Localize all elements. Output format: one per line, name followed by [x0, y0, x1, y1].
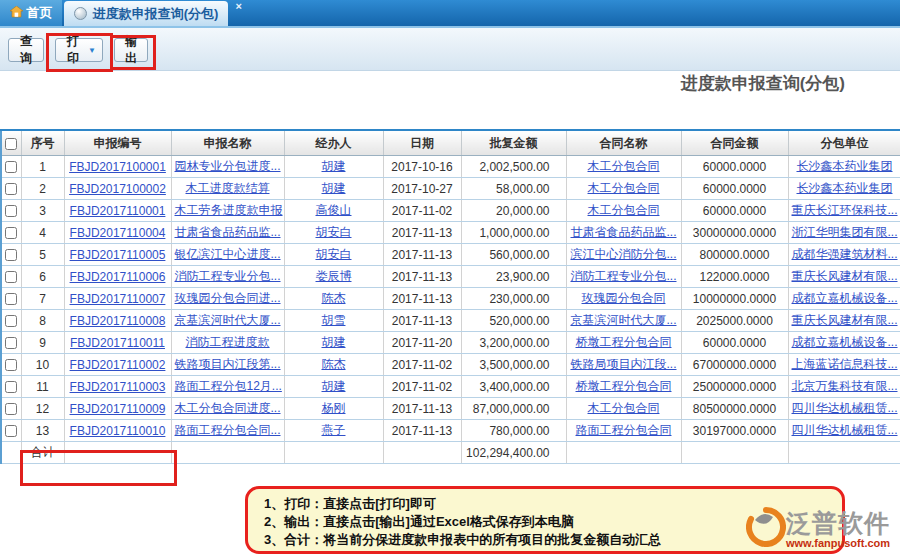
- application-name-link[interactable]: 园林专业分包进度...: [175, 159, 281, 173]
- application-number-link[interactable]: FBJD2017110006: [70, 270, 166, 284]
- row-checkbox[interactable]: [5, 359, 17, 371]
- contract-name-link[interactable]: 滨江中心消防分包...: [570, 247, 676, 261]
- subcontractor-link[interactable]: 重庆长风建材有限...: [792, 313, 898, 327]
- row-checkbox[interactable]: [5, 425, 17, 437]
- application-number-link[interactable]: FBJD2017110011: [70, 336, 165, 350]
- subcontractor-link[interactable]: 上海蓝诺信息科技...: [792, 357, 898, 371]
- row-checkbox[interactable]: [5, 337, 17, 349]
- contract-name-link[interactable]: 消防工程专业分包...: [570, 269, 676, 283]
- application-name-link[interactable]: 消防工程专业分包...: [175, 269, 281, 283]
- approved-amount: 520,000.00: [461, 310, 566, 332]
- contract-name-link[interactable]: 京基滨河时代大厦...: [570, 313, 676, 327]
- application-name-link[interactable]: 银亿滨江中心进度...: [175, 247, 281, 261]
- application-number-link[interactable]: FBJD2017110005: [70, 248, 166, 262]
- subcontractor-link[interactable]: 成都立嘉机械设备...: [792, 335, 898, 349]
- subcontractor-link[interactable]: 重庆长江环保科技...: [792, 203, 898, 217]
- contract-name-link[interactable]: 木工分包合同: [588, 159, 660, 173]
- application-number-link[interactable]: FBJD2017100002: [69, 182, 166, 196]
- handler-link[interactable]: 胡建: [322, 181, 346, 195]
- select-all-checkbox[interactable]: [5, 138, 17, 150]
- print-button[interactable]: 打印 ▼: [55, 38, 103, 62]
- subcontractor-link[interactable]: 成都立嘉机械设备...: [792, 291, 898, 305]
- subcontractor-link[interactable]: 长沙鑫本药业集团: [797, 181, 893, 195]
- row-checkbox[interactable]: [5, 315, 17, 327]
- handler-link[interactable]: 胡建: [322, 335, 346, 349]
- contract-name-link[interactable]: 铁路局项目内江段...: [570, 357, 676, 371]
- contract-amount: 30000000.0000: [681, 222, 788, 244]
- table-row: 13FBJD2017110010路面工程分包合同...燕子2017-11-137…: [1, 420, 900, 442]
- row-checkbox[interactable]: [5, 381, 17, 393]
- contract-name-link[interactable]: 木工分包合同: [588, 401, 660, 415]
- handler-link[interactable]: 陈杰: [322, 291, 346, 305]
- application-number-link[interactable]: FBJD2017110008: [70, 314, 166, 328]
- application-name-link[interactable]: 木工进度款结算: [186, 181, 270, 195]
- tab-progress-payment-query[interactable]: 进度款申报查询(分包) ×: [64, 1, 228, 26]
- application-name-link[interactable]: 铁路项目内江段第...: [175, 357, 281, 371]
- subcontractor-link[interactable]: 长沙鑫本药业集团: [797, 159, 893, 173]
- application-name-link[interactable]: 京基滨河时代大厦...: [175, 313, 281, 327]
- row-checkbox[interactable]: [5, 183, 17, 195]
- handler-link[interactable]: 胡安白: [316, 225, 352, 239]
- row-checkbox-cell: [1, 398, 21, 420]
- subcontractor-link[interactable]: 四川华达机械租赁...: [792, 401, 898, 415]
- subcontractor-link[interactable]: 北京万集科技有限...: [792, 379, 898, 393]
- application-name-link[interactable]: 路面工程分包合同...: [175, 423, 281, 437]
- application-number-link[interactable]: FBJD2017100001: [69, 160, 166, 174]
- fanpu-logo-icon: [746, 507, 786, 551]
- application-name-link[interactable]: 消防工程进度款: [186, 335, 270, 349]
- contract-name-link[interactable]: 玫瑰园分包合同: [582, 291, 666, 305]
- application-name-link[interactable]: 路面工程分包12月...: [175, 379, 282, 393]
- row-checkbox[interactable]: [5, 403, 17, 415]
- close-icon[interactable]: ×: [236, 0, 242, 12]
- contract-name-link[interactable]: 路面工程分包合同: [576, 423, 672, 437]
- handler-link[interactable]: 胡建: [322, 159, 346, 173]
- contract-name-link[interactable]: 甘肃省食品药品监...: [570, 225, 676, 239]
- handler-link[interactable]: 高俊山: [316, 203, 352, 217]
- tab-home-label: 首页: [27, 4, 53, 22]
- row-checkbox[interactable]: [5, 293, 17, 305]
- query-button[interactable]: 查询: [8, 38, 44, 62]
- row-checkbox[interactable]: [5, 249, 17, 261]
- table-header-row: 序号 申报编号 申报名称 经办人 日期 批复金额 合同名称 合同金额 分包单位: [1, 130, 900, 156]
- application-number-link[interactable]: FBJD2017110010: [70, 424, 166, 438]
- application-name-link[interactable]: 甘肃省食品药品监...: [175, 225, 281, 239]
- handler-link[interactable]: 胡雪: [322, 313, 346, 327]
- contract-name-link[interactable]: 桥墩工程分包合同: [576, 379, 672, 393]
- vendor-logo: 泛普软件 www.fanpusoft.com: [746, 503, 900, 557]
- vendor-url: www.fanpusoft.com: [786, 537, 890, 549]
- application-name-link[interactable]: 木工劳务进度款申报: [175, 203, 283, 217]
- contract-name-link[interactable]: 木工分包合同: [588, 181, 660, 195]
- row-checkbox[interactable]: [5, 227, 17, 239]
- row-checkbox-cell: [1, 376, 21, 398]
- subcontractor-link[interactable]: 浙江华明集团有限...: [792, 225, 898, 239]
- handler-link[interactable]: 胡安白: [316, 247, 352, 261]
- application-number-link[interactable]: FBJD2017110007: [70, 292, 166, 306]
- application-number-link[interactable]: FBJD2017110002: [70, 358, 166, 372]
- handler-link[interactable]: 娄辰博: [316, 269, 352, 283]
- contract-name-link[interactable]: 木工分包合同: [588, 203, 660, 217]
- handler-link[interactable]: 杨刚: [322, 401, 346, 415]
- row-date: 2017-11-02: [383, 376, 461, 398]
- application-number-link[interactable]: FBJD2017110003: [70, 380, 166, 394]
- export-button[interactable]: 输出: [114, 38, 148, 62]
- row-checkbox[interactable]: [5, 161, 17, 173]
- subcontractor-link[interactable]: 重庆长风建材有限...: [792, 269, 898, 283]
- subcontractor-link[interactable]: 成都华强建筑材料...: [792, 247, 898, 261]
- application-name-link[interactable]: 玫瑰园分包合同进...: [175, 291, 281, 305]
- contract-amount: 25000000.0000: [681, 376, 788, 398]
- handler-link[interactable]: 陈杰: [322, 357, 346, 371]
- tab-home[interactable]: 首页: [0, 0, 62, 26]
- handler-link[interactable]: 燕子: [322, 423, 346, 437]
- application-number-link[interactable]: FBJD2017110009: [70, 402, 166, 416]
- handler-link[interactable]: 胡建: [322, 379, 346, 393]
- table-row: 9FBJD2017110011消防工程进度款胡建2017-11-203,200,…: [1, 332, 900, 354]
- row-checkbox[interactable]: [5, 271, 17, 283]
- application-number-link[interactable]: FBJD2017110001: [70, 204, 166, 218]
- subcontractor-link[interactable]: 四川华达机械租赁...: [792, 423, 898, 437]
- contract-name-link[interactable]: 桥墩工程分包合同: [576, 335, 672, 349]
- application-number-link[interactable]: FBJD2017110004: [70, 226, 166, 240]
- application-name-link[interactable]: 木工分包合同进度...: [175, 401, 281, 415]
- row-checkbox-cell: [1, 288, 21, 310]
- row-checkbox[interactable]: [5, 205, 17, 217]
- header-contract-amount: 合同金额: [681, 130, 788, 156]
